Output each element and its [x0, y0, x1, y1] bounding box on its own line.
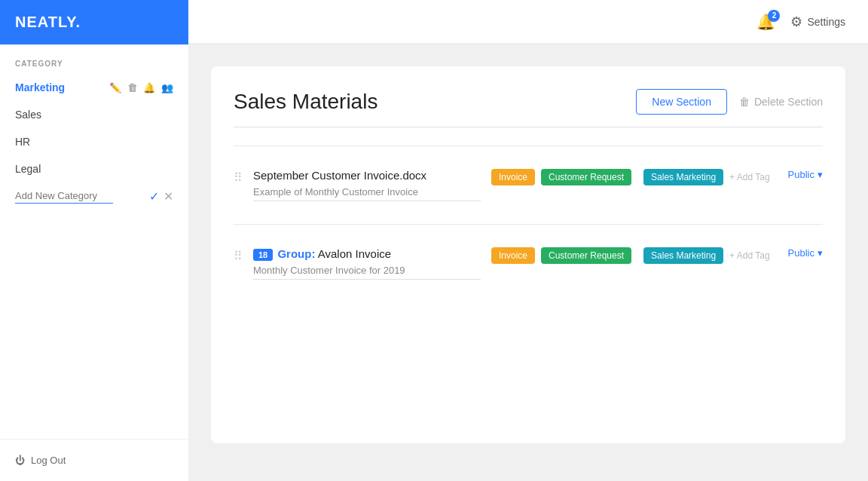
- add-category-row: ✓ ✕: [0, 182, 188, 210]
- visibility-dropdown[interactable]: Public ▾: [788, 169, 823, 180]
- group-title: Group: Avalon Invoice: [277, 247, 391, 260]
- sidebar-item-marketing[interactable]: Marketing ✏️ 🗑 🔔 👥: [0, 74, 188, 101]
- drag-handle-icon[interactable]: ⠿: [234, 169, 243, 185]
- cancel-add-category-button[interactable]: ✕: [164, 189, 173, 204]
- group-badge: 18: [253, 249, 273, 261]
- sidebar-item-sales[interactable]: Sales: [0, 101, 188, 128]
- tag-sales-marketing[interactable]: Sales Marketing: [643, 169, 723, 185]
- logout-button[interactable]: ⏻ Log Out: [15, 455, 173, 466]
- app-logo: NEATLY.: [0, 0, 188, 44]
- delete-icon[interactable]: 🗑: [127, 82, 137, 93]
- add-category-actions: ✓ ✕: [149, 189, 173, 204]
- document-info: September Customer Invoice.docx Example …: [253, 169, 481, 201]
- document-name: 18 Group: Avalon Invoice: [253, 247, 481, 260]
- notification-badge: 2: [768, 10, 780, 22]
- delete-section-label: Delete Section: [754, 96, 823, 108]
- tag-customer-request[interactable]: Customer Request: [541, 169, 631, 185]
- document-name: September Customer Invoice.docx: [253, 169, 481, 182]
- document-description: Example of Monthly Customer Invoice: [253, 186, 481, 201]
- visibility-label: Public: [788, 247, 815, 259]
- visibility-label: Public: [788, 169, 815, 180]
- group-prefix: Group:: [277, 247, 315, 260]
- tag-invoice[interactable]: Invoice: [491, 247, 535, 264]
- tag-customer-request[interactable]: Customer Request: [541, 247, 631, 264]
- add-tag-button[interactable]: + Add Tag: [729, 250, 770, 261]
- category-label: CATEGORY: [0, 44, 188, 74]
- content-area: Sales Materials New Section 🗑 Delete Sec…: [188, 44, 868, 481]
- item-action-icons: ✏️ 🗑 🔔 👥: [109, 82, 173, 93]
- document-row: ⠿ 18 Group: Avalon Invoice Monthly Custo…: [234, 240, 823, 287]
- topbar: 🔔 2 ⚙ Settings: [188, 0, 868, 44]
- visibility-dropdown[interactable]: Public ▾: [788, 247, 823, 259]
- sidebar-item-legal[interactable]: Legal: [0, 155, 188, 182]
- sidebar-item-hr[interactable]: HR: [0, 128, 188, 155]
- new-section-button[interactable]: New Section: [636, 89, 727, 115]
- power-icon: ⏻: [15, 455, 25, 466]
- document-row: ⠿ September Customer Invoice.docx Exampl…: [234, 161, 823, 209]
- confirm-add-category-button[interactable]: ✓: [149, 189, 159, 204]
- document-tags: Invoice Customer Request Sales Marketing…: [491, 169, 770, 185]
- notification-button[interactable]: 🔔 2: [756, 13, 775, 31]
- sidebar-item-label: HR: [15, 136, 30, 148]
- avalon-name: Avalon Invoice: [318, 247, 391, 260]
- users-icon[interactable]: 👥: [161, 82, 173, 93]
- tag-sales-marketing[interactable]: Sales Marketing: [643, 247, 723, 264]
- add-tag-button[interactable]: + Add Tag: [729, 172, 770, 182]
- document-description: Monthly Customer Invoice for 2019: [253, 265, 481, 280]
- tag-invoice[interactable]: Invoice: [491, 169, 535, 185]
- drag-handle-icon[interactable]: ⠿: [234, 247, 243, 263]
- document-tags: Invoice Customer Request Sales Marketing…: [491, 247, 770, 264]
- main-area: 🔔 2 ⚙ Settings Sales Materials New Secti…: [188, 0, 868, 481]
- add-category-input[interactable]: [15, 188, 113, 204]
- chevron-down-icon: ▾: [818, 169, 823, 180]
- card-header: Sales Materials New Section 🗑 Delete Sec…: [234, 89, 823, 115]
- sidebar-item-label: Marketing: [15, 81, 65, 93]
- chevron-down-icon: ▾: [818, 247, 823, 259]
- sidebar-footer: ⏻ Log Out: [0, 439, 188, 481]
- bell-icon[interactable]: 🔔: [143, 82, 155, 93]
- logout-label: Log Out: [31, 455, 66, 466]
- delete-section-button[interactable]: 🗑 Delete Section: [739, 96, 823, 108]
- main-card: Sales Materials New Section 🗑 Delete Sec…: [211, 66, 845, 443]
- header-divider: [234, 127, 823, 127]
- trash-icon: 🗑: [739, 96, 750, 108]
- gear-icon: ⚙: [790, 14, 802, 30]
- sidebar: NEATLY. CATEGORY Marketing ✏️ 🗑 🔔 👥 Sale…: [0, 0, 188, 481]
- content-divider: [234, 146, 823, 146]
- sidebar-item-label: Sales: [15, 109, 41, 121]
- settings-label: Settings: [807, 16, 845, 28]
- page-title: Sales Materials: [234, 90, 636, 114]
- edit-icon[interactable]: ✏️: [109, 82, 121, 93]
- document-info: 18 Group: Avalon Invoice Monthly Custome…: [253, 247, 481, 280]
- row-divider: [234, 224, 823, 225]
- settings-button[interactable]: ⚙ Settings: [790, 14, 845, 30]
- sidebar-item-label: Legal: [15, 163, 41, 175]
